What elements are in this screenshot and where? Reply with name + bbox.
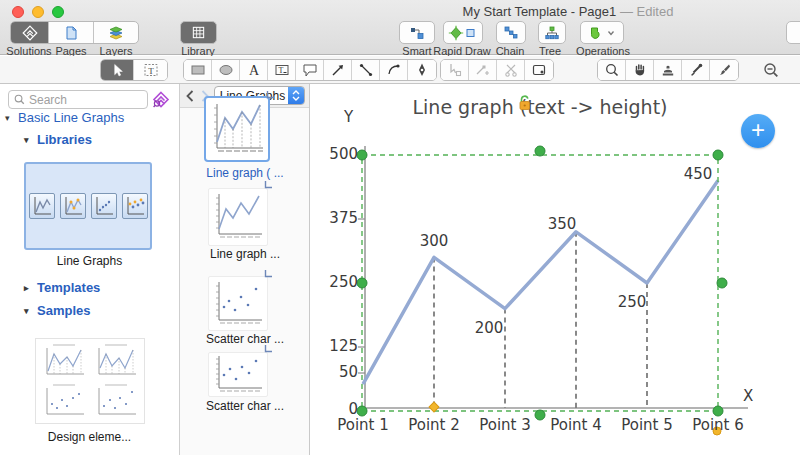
hand-tool-button[interactable] [626,60,654,80]
stencil-item-label[interactable]: Scatter char ... [180,399,310,413]
back-icon[interactable] [184,88,196,104]
selection-handle[interactable] [357,406,367,416]
brush-icon [716,62,732,78]
selection-handle[interactable] [713,150,723,160]
disclosure-triangle-icon[interactable]: ▾ [5,113,14,123]
selection-handle[interactable] [713,406,723,416]
solutions-icon [22,25,38,41]
add-button[interactable]: + [741,114,775,148]
sample-card-design-elements[interactable] [35,338,145,424]
brush-tool-button[interactable] [710,60,738,80]
solutions-finder-icon[interactable] [152,91,170,109]
text-select-tool-button[interactable]: T [134,60,167,80]
layers-icon [108,25,124,41]
library-preview-panel: Line Graphs Line graph ( ... [180,84,310,455]
library-card-line-graphs[interactable] [24,162,152,250]
disclosure-triangle-icon[interactable]: ▾ [24,135,33,145]
sidebar-item-libraries[interactable]: ▾ Libraries [24,132,92,147]
drawing-canvas[interactable]: Line graph (text -> height) Y X 05012525… [310,84,800,455]
line-graph-shape[interactable] [310,84,800,455]
stamp-tool-button[interactable] [654,60,682,80]
stencil-badge-icon [264,269,273,278]
stencil-badge-icon [264,180,273,189]
stencil-item-line-graph-2[interactable] [208,188,268,246]
stencil-item-line-graph-1[interactable] [204,96,270,162]
data-series-line[interactable] [363,181,718,385]
search-input[interactable] [29,93,139,107]
library-button[interactable] [180,21,217,44]
chain-button[interactable] [496,21,526,44]
rectangle-tool-button[interactable] [184,60,212,80]
pages-button[interactable] [49,22,94,43]
ellipse-tool-button[interactable] [212,60,240,80]
chart-value-label: 450 [676,165,720,183]
reshape-tool-button[interactable] [441,60,469,80]
ellipse-icon [218,62,234,78]
y-tick-label: 500 [314,145,358,163]
solutions-button[interactable] [11,22,49,43]
disclosure-triangle-icon[interactable]: ▾ [24,306,33,316]
selection-handle[interactable] [717,278,727,288]
x-category-label: Point 4 [541,416,611,434]
zoom-icon[interactable] [52,6,64,18]
add-node-tool-button[interactable] [469,60,497,80]
stencil-item-label[interactable]: Line graph ... [180,247,310,261]
pen-tool-button[interactable] [408,60,436,80]
x-category-label: Point 1 [328,416,398,434]
line-tool-button[interactable] [352,60,380,80]
y-tick-label: 375 [314,209,358,227]
dropdown-stepper-icon [288,87,304,104]
disclosure-triangle-icon[interactable]: ▸ [24,283,33,293]
x-category-label: Point 2 [399,416,469,434]
svg-text:T: T [148,66,154,76]
sidebar-item-templates[interactable]: ▸ Templates [24,280,100,295]
library-icon [191,25,206,40]
stencil-item-scatter-2[interactable] [208,352,268,397]
sample-scatter-chart-thumb [91,382,141,420]
layers-button[interactable] [94,22,138,43]
zoom-out-icon[interactable] [762,61,780,79]
selection-tool-group: T [100,59,168,81]
scatter-chart-dots-stencil-icon [122,193,148,219]
x-category-label: Point 3 [470,416,540,434]
svg-text:T: T [278,66,283,75]
tree-button[interactable] [538,21,566,44]
split-icon [503,62,519,78]
text-icon: A [246,62,262,78]
smart-button[interactable] [399,21,435,44]
cursor-tool-button[interactable] [101,60,134,80]
curve-icon [386,62,402,78]
callout-tool-button[interactable] [296,60,324,80]
stencil-item-label[interactable]: Scatter char ... [180,332,310,346]
stencil-item-label[interactable]: Line graph ( ... [180,166,310,180]
sidebar-item-samples[interactable]: ▾ Samples [24,303,90,318]
split-tool-button[interactable] [497,60,525,80]
svg-text:A: A [248,63,259,78]
sample-line-chart-thumb [91,342,141,380]
chart-value-label: 350 [540,215,584,233]
text-box-tool-button[interactable]: T [268,60,296,80]
operations-button[interactable] [580,21,624,44]
stencil-item-scatter-1[interactable] [208,276,268,331]
shape-data-tool-button[interactable] [525,60,553,80]
node-tool-group [440,59,554,81]
curve-tool-button[interactable] [380,60,408,80]
shape-data-icon [531,62,547,78]
zoom-in-tool-button[interactable] [598,60,626,80]
sidebar-item-basic-line-graphs[interactable]: ▾ Basic Line Graphs [5,110,124,125]
rapid-draw-button[interactable] [443,21,483,44]
selection-handle[interactable] [357,278,367,288]
chevron-down-icon [606,28,616,38]
stencil-badge-icon [266,90,275,99]
solutions-sidebar: ▾ Basic Line Graphs ▾ Libraries [0,84,180,455]
minimize-icon[interactable] [32,6,44,18]
close-icon[interactable] [12,6,24,18]
partial-toolbar-button[interactable] [786,21,800,44]
y-tick-label: 125 [314,337,358,355]
selection-handle[interactable] [357,150,367,160]
app-window: My Start Template - Page1 — Edited [0,0,800,455]
arrow-tool-button[interactable] [324,60,352,80]
eyedropper-tool-button[interactable] [682,60,710,80]
text-tool-button[interactable]: A [240,60,268,80]
selection-handle[interactable] [535,146,545,156]
